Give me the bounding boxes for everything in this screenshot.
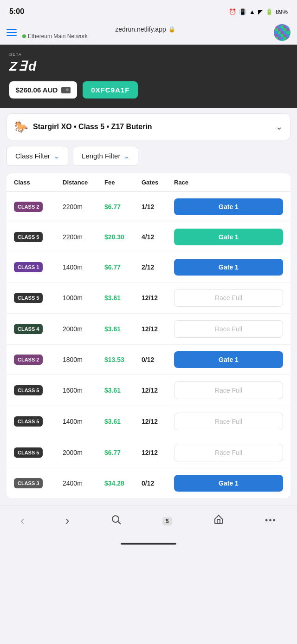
- race-action-cell: Gate 1: [174, 198, 283, 215]
- distance-cell: 2200m: [63, 203, 104, 210]
- gates-cell: 0/12: [142, 356, 174, 363]
- header-distance: Distance: [63, 179, 104, 186]
- class-badge: CLASS 5: [14, 293, 43, 303]
- length-filter-button[interactable]: Length Filter ⌄: [73, 146, 138, 166]
- wallet-row: $260.06 AUD 0XFC9A1F: [9, 81, 288, 99]
- svg-rect-14: [286, 31, 289, 34]
- class-cell: CLASS 3: [14, 478, 63, 488]
- wallet-balance[interactable]: $260.06 AUD: [9, 81, 77, 99]
- wifi-icon: ▲: [249, 8, 255, 15]
- length-filter-chevron-icon: ⌄: [124, 152, 129, 160]
- gates-cell: 0/12: [142, 480, 174, 487]
- battery-percent: 89%: [276, 8, 288, 15]
- table-row: CLASS 2 1800m $13.53 0/12 Gate 1: [6, 345, 291, 375]
- nav-home-button[interactable]: [208, 512, 229, 530]
- length-filter-label: Length Filter: [82, 152, 120, 160]
- fee-cell: $6.77: [104, 263, 142, 271]
- race-action-cell: Race Full: [174, 444, 283, 461]
- signal-icon: ◤: [258, 8, 263, 15]
- table-row: CLASS 5 1000m $3.61 12/12 Race Full: [6, 283, 291, 314]
- fee-cell: $13.53: [104, 356, 142, 363]
- table-row: CLASS 3 2400m $34.28 0/12 Gate 1: [6, 468, 291, 498]
- nav-search-button[interactable]: [106, 512, 126, 530]
- fee-cell: $3.61: [104, 387, 142, 394]
- nav-more-button[interactable]: •••: [260, 514, 281, 527]
- back-icon: ‹: [20, 513, 25, 528]
- nav-back-button[interactable]: ‹: [16, 512, 29, 530]
- gate-button[interactable]: Gate 1: [174, 198, 283, 215]
- table-row: CLASS 5 1600m $3.61 12/12 Race Full: [6, 375, 291, 406]
- gate-button: Race Full: [174, 413, 283, 430]
- gate-button[interactable]: Gate 1: [174, 475, 283, 492]
- class-filter-label: Class Filter: [15, 152, 50, 160]
- class-cell: CLASS 5: [14, 232, 63, 242]
- distance-cell: 2200m: [63, 233, 104, 241]
- class-filter-button[interactable]: Class Filter ⌄: [6, 146, 68, 166]
- gate-button[interactable]: Gate 1: [174, 229, 283, 245]
- class-badge: CLASS 5: [14, 385, 43, 395]
- race-action-cell: Gate 1: [174, 475, 283, 492]
- svg-rect-21: [278, 37, 281, 39]
- race-action-cell: Gate 1: [174, 259, 283, 276]
- filters-row: Class Filter ⌄ Length Filter ⌄: [0, 146, 297, 173]
- browser-avatar[interactable]: [274, 24, 291, 41]
- race-action-cell: Race Full: [174, 289, 283, 307]
- gates-cell: 4/12: [142, 233, 174, 241]
- alarm-icon: ⏰: [229, 8, 236, 15]
- browser-menu-button[interactable]: [6, 29, 17, 36]
- table-row: CLASS 1 1400m $6.77 2/12 Gate 1: [6, 252, 291, 283]
- gate-button: Race Full: [174, 289, 283, 307]
- app-header: BETA ZƎd $260.06 AUD 0XFC9A1F: [0, 45, 297, 108]
- header-fee: Fee: [104, 179, 142, 186]
- class-cell: CLASS 5: [14, 385, 63, 395]
- gates-cell: 12/12: [142, 387, 174, 394]
- table-row: CLASS 5 1400m $3.61 12/12 Race Full: [6, 406, 291, 437]
- race-action-cell: Gate 1: [174, 351, 283, 368]
- class-cell: CLASS 5: [14, 293, 63, 303]
- table-row: CLASS 2 2200m $6.77 1/12 Gate 1: [6, 192, 291, 222]
- more-icon: •••: [265, 516, 277, 526]
- nav-tabs-button[interactable]: 5: [158, 515, 177, 527]
- fee-cell: $6.77: [104, 449, 142, 456]
- gate-button[interactable]: Gate 1: [174, 351, 283, 368]
- status-time: 5:00: [9, 7, 24, 16]
- class-cell: CLASS 5: [14, 416, 63, 427]
- fee-cell: $3.61: [104, 325, 142, 333]
- horse-selector[interactable]: 🐎 Stargirl XO • Class 5 • Z17 Buterin ⌄: [6, 113, 291, 140]
- gates-cell: 12/12: [142, 294, 174, 302]
- browser-bar: zedrun.netlify.app 🔒 Ethereum Main Netwo…: [0, 20, 297, 45]
- wallet-address[interactable]: 0XFC9A1F: [83, 81, 138, 99]
- class-badge: CLASS 5: [14, 232, 43, 242]
- race-action-cell: Race Full: [174, 320, 283, 338]
- class-badge: CLASS 1: [14, 262, 43, 272]
- race-action-cell: Race Full: [174, 381, 283, 399]
- gate-button[interactable]: Gate 1: [174, 259, 283, 276]
- svg-rect-15: [275, 34, 278, 37]
- horse-name: Stargirl XO • Class 5 • Z17 Buterin: [33, 123, 271, 131]
- horse-icon: 🐎: [14, 120, 28, 133]
- race-table: Class Distance Fee Gates Race CLASS 2 22…: [6, 173, 291, 498]
- svg-rect-20: [275, 37, 278, 39]
- race-rows: CLASS 2 2200m $6.77 1/12 Gate 1 CLASS 5 …: [6, 192, 291, 498]
- svg-rect-11: [278, 31, 281, 34]
- balance-amount: $260.06 AUD: [16, 86, 58, 94]
- table-row: CLASS 5 2200m $20.30 4/12 Gate 1: [6, 222, 291, 252]
- table-row: CLASS 4 2000m $3.61 12/12 Race Full: [6, 314, 291, 345]
- svg-rect-4: [286, 26, 289, 28]
- fee-cell: $20.30: [104, 233, 142, 241]
- class-badge: CLASS 2: [14, 202, 43, 212]
- battery-icon: 🔋: [265, 8, 273, 15]
- svg-rect-23: [284, 37, 286, 39]
- header-race: Race: [174, 179, 283, 186]
- class-badge: CLASS 4: [14, 324, 43, 334]
- gates-cell: 12/12: [142, 449, 174, 456]
- distance-cell: 2000m: [63, 449, 104, 456]
- fee-cell: $3.61: [104, 418, 142, 425]
- browser-address[interactable]: zedrun.netlify.app 🔒 Ethereum Main Netwo…: [22, 26, 268, 39]
- zed-logo: ZƎd: [9, 59, 38, 74]
- distance-cell: 2400m: [63, 480, 104, 487]
- class-cell: CLASS 2: [14, 202, 63, 212]
- nav-forward-button[interactable]: ›: [61, 512, 74, 530]
- fee-cell: $6.77: [104, 203, 142, 210]
- class-cell: CLASS 4: [14, 324, 63, 334]
